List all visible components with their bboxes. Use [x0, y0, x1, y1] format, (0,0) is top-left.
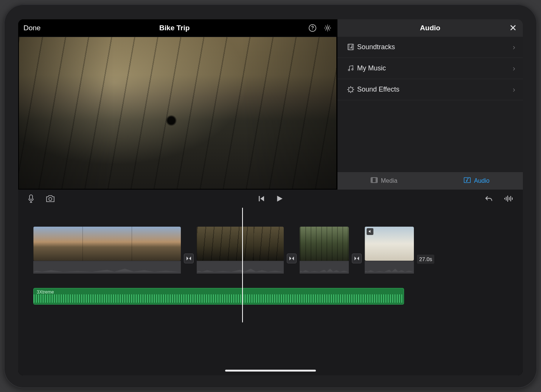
camera-icon[interactable] — [45, 194, 55, 203]
browser-tabs: Media Audio — [337, 172, 523, 190]
top-section: Done Bike Trip Audio — [18, 19, 523, 190]
music-track[interactable]: 3Xtreme — [33, 288, 404, 305]
svg-rect-17 — [509, 197, 510, 200]
audio-panel: Audio ✕ Soundtracks › — [337, 19, 523, 190]
preview-header: Done Bike Trip — [18, 19, 337, 37]
app-screen: Done Bike Trip Audio — [18, 19, 523, 375]
waveform-icon[interactable] — [504, 195, 514, 202]
gear-icon[interactable] — [323, 24, 332, 32]
audio-category-list: Soundtracks › My Music › S — [337, 37, 523, 172]
audio-note-icon — [463, 177, 471, 185]
chevron-right-icon: › — [513, 85, 515, 94]
video-track: 27.0s — [33, 227, 508, 279]
preview-pane: Done Bike Trip — [18, 19, 337, 190]
music-track-label: 3Xtreme — [37, 289, 54, 295]
clip-audio-strip — [197, 261, 284, 274]
transition-button[interactable] — [184, 254, 194, 263]
tab-audio-label: Audio — [474, 177, 490, 184]
audio-row-soundtracks[interactable]: Soundtracks › — [337, 37, 523, 58]
preview-video-frame[interactable] — [19, 37, 336, 189]
svg-point-6 — [348, 69, 350, 71]
svg-rect-15 — [506, 197, 507, 201]
audio-panel-title: Audio — [420, 24, 440, 32]
done-button[interactable]: Done — [23, 24, 40, 32]
svg-rect-19 — [512, 198, 513, 200]
svg-rect-18 — [510, 196, 511, 201]
sound-effects-icon — [344, 86, 357, 93]
clip-audio-strip — [300, 261, 349, 274]
audio-row-label: My Music — [357, 64, 386, 72]
audio-row-sound-effects[interactable]: Sound Effects › — [337, 79, 523, 100]
help-icon[interactable] — [308, 24, 317, 32]
svg-point-2 — [326, 27, 329, 29]
clip-1[interactable] — [33, 227, 181, 274]
playhead[interactable] — [242, 208, 243, 322]
tab-media[interactable]: Media — [337, 172, 430, 190]
audio-panel-header: Audio ✕ — [337, 19, 523, 37]
undo-icon[interactable] — [484, 195, 493, 202]
remaining-duration: 27.0s — [417, 255, 434, 264]
audio-row-label: Soundtracks — [357, 43, 395, 51]
svg-rect-4 — [349, 44, 352, 50]
music-icon — [344, 64, 357, 72]
clip-3[interactable] — [300, 227, 349, 274]
transition-button[interactable] — [287, 254, 297, 263]
tab-media-label: Media — [381, 177, 398, 184]
audio-row-my-music[interactable]: My Music › — [337, 58, 523, 79]
soundtracks-icon — [344, 43, 357, 51]
ipad-frame: Done Bike Trip Audio — [4, 4, 537, 388]
svg-rect-3 — [348, 44, 354, 50]
close-icon[interactable]: ✕ — [509, 23, 517, 33]
audio-row-label: Sound Effects — [357, 86, 400, 93]
chevron-right-icon: › — [513, 64, 515, 73]
mute-icon — [367, 228, 373, 235]
project-title: Bike Trip — [40, 24, 308, 32]
svg-point-1 — [312, 29, 313, 30]
transition-button[interactable] — [352, 254, 362, 263]
chevron-right-icon: › — [513, 43, 515, 51]
clip-audio-strip — [33, 261, 181, 274]
timeline-toolbar — [18, 190, 523, 208]
tab-audio[interactable]: Audio — [430, 172, 523, 190]
svg-point-12 — [49, 198, 52, 201]
skip-back-icon[interactable] — [258, 195, 265, 202]
play-icon[interactable] — [275, 194, 283, 203]
clip-audio-strip — [365, 261, 414, 274]
svg-rect-14 — [504, 198, 505, 199]
microphone-icon[interactable] — [27, 194, 35, 203]
svg-rect-13 — [259, 196, 260, 201]
timeline[interactable]: 27.0s 3Xtreme — [18, 208, 523, 375]
svg-point-7 — [352, 68, 353, 70]
svg-rect-11 — [30, 195, 33, 199]
clip-4[interactable] — [365, 227, 414, 274]
filmstrip-icon — [370, 177, 378, 185]
svg-rect-16 — [507, 196, 508, 202]
home-indicator[interactable] — [225, 370, 316, 372]
clip-2[interactable] — [197, 227, 284, 274]
